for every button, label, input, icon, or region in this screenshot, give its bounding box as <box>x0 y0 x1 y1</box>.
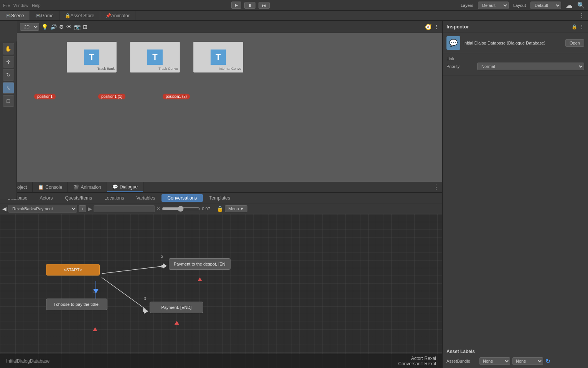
menu-button[interactable]: Menu ▼ <box>225 205 247 212</box>
zoom-slider[interactable] <box>162 206 200 212</box>
blue-down-arrow <box>93 289 99 294</box>
subtab-templates[interactable]: Templates <box>203 194 236 202</box>
lock-icon[interactable]: 🔒 <box>572 24 577 30</box>
audio-icon[interactable]: 🔊 <box>50 24 57 30</box>
scene-tab-bar: 🎮 Scene 🎮 Game 🔒 Asset Store 📌 Animator … <box>0 11 588 21</box>
white-right-arrow <box>144 309 148 314</box>
scale-tool[interactable]: ⤡ <box>3 82 14 94</box>
compass-icon[interactable]: 🧭 <box>425 24 432 30</box>
subtab-conversations[interactable]: Conversations <box>161 194 203 202</box>
inspector-panel: Inspector 🔒 ⋮ 💬 Initial Dialog Database … <box>442 21 588 368</box>
help-menu[interactable]: Help <box>32 3 41 8</box>
scene-options-icon[interactable]: ⋮ <box>576 12 588 19</box>
search-input[interactable] <box>94 205 155 212</box>
card-1-label: Track Bank <box>97 67 115 71</box>
file-menu[interactable]: File <box>3 3 10 8</box>
bottom-tab-bar: 📁 Project 📋 Console 🎬 Animation 💬 Dialog… <box>0 182 442 193</box>
position-badge-3[interactable]: position1 (2) <box>163 94 190 99</box>
pause-button[interactable]: ⏸ <box>244 2 255 9</box>
link-section: Link Priority Normal High Low <box>443 53 588 76</box>
add-button[interactable]: + <box>79 205 86 212</box>
position-badge-2[interactable]: position1 (1) <box>98 94 125 99</box>
tab-game[interactable]: 🎮 Game <box>30 11 59 20</box>
card-3-label: Internal Convo <box>219 67 241 71</box>
card-1-icon: T <box>84 50 99 65</box>
warning-triangle-choice <box>93 327 97 331</box>
tab-animator[interactable]: 📌 Animator <box>100 11 135 20</box>
menu-bar: File Window Help <box>3 3 41 8</box>
clear-search-icon[interactable]: ✕ <box>156 206 160 211</box>
game-icon: 🎮 <box>35 13 41 18</box>
scene-card-3[interactable]: T Internal Convo <box>193 42 243 73</box>
layers-label: Layers <box>461 3 473 8</box>
layers-dropdown[interactable]: Default <box>478 2 509 9</box>
position-badge-1[interactable]: position1 <box>34 94 56 99</box>
rotate-tool[interactable]: ↻ <box>3 69 14 81</box>
console-icon: 📋 <box>38 185 44 190</box>
actor-info: Actor: Rexal Conversant: Rexal <box>398 356 436 366</box>
lock-canvas-icon[interactable]: 🔒 <box>217 206 223 212</box>
tab-scene[interactable]: 🎮 Scene <box>0 11 30 20</box>
gizmo-icon[interactable]: ⚙ <box>59 24 64 30</box>
card-3-icon: T <box>211 50 226 65</box>
layout-dropdown[interactable]: Default <box>530 2 561 9</box>
refresh-icon[interactable]: ↻ <box>545 358 550 365</box>
open-button[interactable]: Open <box>565 39 584 47</box>
asset-bundle-select-1[interactable]: None <box>479 357 510 365</box>
node-dialogue-3[interactable]: Payment. [END] <box>150 302 203 313</box>
node-start[interactable]: <START> <box>46 264 100 276</box>
canvas-status-bar: InitialDialogDatabase Actor: Rexal Conve… <box>0 354 442 368</box>
window-menu[interactable]: Window <box>13 3 28 8</box>
camera-icon[interactable]: 📷 <box>74 24 81 30</box>
tab-dialogue[interactable]: 💬 Dialogue <box>107 182 143 192</box>
inspector-spacer <box>443 76 588 346</box>
link-label: Link <box>446 56 584 61</box>
asset-bundle-select-2[interactable]: None <box>512 357 543 365</box>
inspector-icons: 🔒 ⋮ <box>572 24 584 30</box>
more-options-icon[interactable]: ⋮ <box>580 24 584 30</box>
tab-console[interactable]: 📋 Console <box>33 182 68 192</box>
asset-store-icon: 🔒 <box>65 13 71 18</box>
search-icon[interactable]: 🔍 <box>577 2 585 9</box>
back-icon[interactable]: ◀ <box>2 206 7 212</box>
dialogue-toolbar: ◀ Rexal/Barks/Payment + ▶ ✕ 0.97 🔒 Menu … <box>0 203 442 214</box>
scene-card-1[interactable]: T Track Bank <box>67 42 117 73</box>
next-icon[interactable]: ▶ <box>88 206 92 212</box>
rect-tool[interactable]: □ <box>3 95 14 107</box>
subtab-variables[interactable]: Variables <box>130 194 161 202</box>
node-choice[interactable]: I choose to pay the tithe. <box>46 299 107 310</box>
arrow-canvas <box>0 214 442 368</box>
viewport-options-icon[interactable]: ⋮ <box>434 24 439 30</box>
subtab-locations[interactable]: Locations <box>98 194 130 202</box>
node-dialogue-2[interactable]: Payment to the despot. [EN <box>169 258 231 270</box>
priority-dropdown[interactable]: Normal High Low <box>477 63 584 70</box>
grid-icon[interactable]: ⊞ <box>83 24 87 30</box>
left-toolbar: ✋ ✛ ↻ ⤡ □ <box>0 41 17 199</box>
animation-icon: 🎬 <box>73 185 79 190</box>
scene-viewport[interactable]: 2D 💡 🔊 ⚙ 👁 📷 ⊞ 🧭 ⋮ T Track Bank <box>17 21 442 182</box>
dialogue-canvas[interactable]: 2 3 1 <START> Payment to the despot. [EN <box>0 214 442 368</box>
move-tool[interactable]: ✛ <box>3 56 14 68</box>
svg-line-0 <box>102 266 165 274</box>
play-button[interactable]: ▶ <box>231 2 241 9</box>
svg-line-1 <box>102 277 146 309</box>
subtab-actors[interactable]: Actors <box>33 194 59 202</box>
cloud-icon[interactable]: ☁ <box>566 1 573 10</box>
subtab-quests[interactable]: Quests/Items <box>59 194 98 202</box>
card-2-icon: T <box>147 50 163 65</box>
hand-tool[interactable]: ✋ <box>3 43 14 54</box>
tab-animation[interactable]: 🎬 Animation <box>68 182 107 192</box>
eye-icon[interactable]: 👁 <box>66 24 72 30</box>
bottom-options-icon[interactable]: ⋮ <box>430 183 442 191</box>
priority-label: Priority <box>446 64 477 69</box>
left-column: 2D 💡 🔊 ⚙ 👁 📷 ⊞ 🧭 ⋮ T Track Bank <box>0 21 442 368</box>
asset-bundle-label: AssetBundle <box>446 359 477 363</box>
scene-card-2[interactable]: T Track Convo <box>130 42 180 73</box>
tab-asset-store[interactable]: 🔒 Asset Store <box>59 11 100 20</box>
inspector-asset-row: 💬 Initial Dialog Database (Dialogue Data… <box>443 33 588 53</box>
toolbar-right: Layers Default Layout Default ☁ 🔍 <box>461 1 585 10</box>
step-button[interactable]: ⏭ <box>259 2 270 9</box>
gizmo-select[interactable]: 2D <box>20 23 39 31</box>
path-select[interactable]: Rexal/Barks/Payment <box>8 205 77 213</box>
light-icon[interactable]: 💡 <box>41 24 48 30</box>
